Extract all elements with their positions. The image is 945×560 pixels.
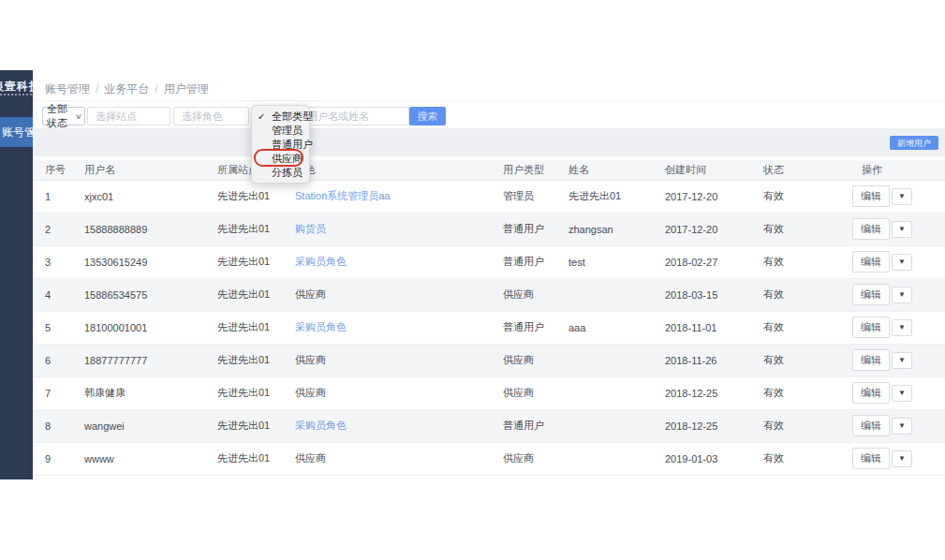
more-actions-button[interactable]: ▼	[892, 418, 912, 435]
role-link[interactable]: 采购员角色	[295, 256, 347, 267]
more-actions-button[interactable]: ▼	[892, 188, 912, 205]
cell-status: 有效	[751, 376, 840, 409]
dropdown-option[interactable]: ✓全部类型	[252, 110, 309, 124]
cell-created-time: 2019-01-03	[653, 442, 751, 475]
caret-down-icon: ▼	[898, 290, 906, 299]
more-actions-button[interactable]: ▼	[892, 450, 912, 467]
cell-created-time: 2018-02-27	[653, 245, 751, 278]
search-button[interactable]: 搜索	[409, 107, 446, 125]
cell-user-type: 普通用户	[491, 213, 556, 245]
role-link[interactable]: 购货员	[295, 223, 326, 234]
check-icon: ✓	[258, 110, 265, 124]
cell-role: 采购员角色	[283, 311, 491, 344]
cell-status: 有效	[751, 442, 840, 475]
role-link[interactable]: Station系统管理员aa	[295, 190, 390, 201]
dropdown-option[interactable]: 管理员	[252, 124, 309, 138]
cell-site: 先进先出01	[205, 245, 283, 278]
cell-site: 先进先出01	[205, 409, 283, 442]
cell-created-time: 2017-12-20	[653, 213, 751, 245]
cell-actions: 编辑▼	[840, 180, 945, 213]
dropdown-option[interactable]: 分拣员	[252, 166, 309, 180]
edit-button[interactable]: 编辑	[852, 448, 890, 469]
role-link[interactable]: 采购员角色	[295, 321, 347, 332]
edit-button[interactable]: 编辑	[852, 284, 890, 305]
cell-created-time: 2018-03-15	[653, 278, 751, 311]
edit-button[interactable]: 编辑	[852, 382, 890, 404]
cell-status: 有效	[751, 344, 840, 376]
cell-created-time: 2018-12-25	[653, 409, 751, 442]
cell-name	[556, 442, 653, 475]
toolbar-band: 新增用户	[33, 128, 945, 156]
cell-username: xjxc01	[72, 180, 205, 213]
more-actions-button[interactable]: ▼	[892, 287, 912, 303]
column-header: 用户类型	[491, 160, 556, 180]
cell-index: 2	[33, 213, 72, 245]
cell-site: 先进先出01	[205, 278, 283, 311]
table-header-row: 序号用户名所属站点角色用户类型姓名创建时间状态操作	[33, 160, 945, 180]
more-actions-button[interactable]: ▼	[892, 319, 912, 336]
more-actions-button[interactable]: ▼	[892, 254, 912, 271]
cell-actions: 编辑▼	[840, 311, 945, 344]
cell-user-type: 供应商	[491, 278, 556, 311]
filter-bar: 全部状态 ∨ 搜索	[33, 107, 945, 125]
breadcrumb-item[interactable]: 用户管理	[164, 82, 209, 96]
edit-button[interactable]: 编辑	[852, 185, 890, 207]
cell-index: 8	[33, 409, 72, 442]
site-filter-input[interactable]	[87, 107, 170, 125]
edit-button[interactable]: 编辑	[852, 251, 890, 273]
cell-actions: 编辑▼	[840, 213, 945, 245]
table-row: 8wangwei先进先出01采购员角色普通用户2018-12-25有效编辑▼	[33, 409, 945, 442]
cell-status: 有效	[751, 311, 840, 344]
cell-created-time: 2018-12-25	[653, 376, 751, 409]
edit-button[interactable]: 编辑	[852, 415, 890, 436]
role-link[interactable]: 采购员角色	[295, 420, 347, 431]
add-user-button[interactable]: 新增用户	[890, 136, 938, 150]
cell-index: 5	[33, 311, 72, 344]
edit-button[interactable]: 编辑	[852, 349, 890, 371]
status-filter-select[interactable]: 全部状态 ∨	[42, 107, 85, 125]
user-type-dropdown: ✓全部类型管理员普通用户供应商分拣员	[251, 105, 310, 184]
cell-index: 9	[33, 442, 72, 475]
cell-actions: 编辑▼	[840, 245, 945, 278]
column-header: 姓名	[556, 160, 653, 180]
cell-username: 15888888889	[72, 213, 205, 245]
more-actions-button[interactable]: ▼	[892, 352, 912, 369]
more-actions-button[interactable]: ▼	[892, 385, 912, 402]
sidebar-item-account-management[interactable]: 账号管理	[0, 117, 33, 147]
breadcrumb-separator: /	[155, 82, 157, 96]
table-row: 618877777777先进先出01供应商供应商2018-11-26有效编辑▼	[33, 344, 945, 376]
caret-down-icon: ▼	[898, 356, 906, 364]
dropdown-option-label: 全部类型	[272, 111, 313, 122]
cell-role: 采购员角色	[283, 409, 491, 442]
cell-index: 4	[33, 278, 72, 311]
edit-button[interactable]: 编辑	[852, 317, 890, 338]
cell-role: 供应商	[283, 376, 491, 409]
cell-status: 有效	[751, 409, 840, 442]
breadcrumb-item[interactable]: 账号管理	[45, 82, 90, 96]
cell-username: 18877777777	[72, 344, 205, 376]
cell-user-type: 普通用户	[491, 311, 556, 344]
cell-actions: 编辑▼	[840, 376, 945, 409]
more-actions-button[interactable]: ▼	[892, 221, 912, 238]
cell-actions: 编辑▼	[840, 442, 945, 475]
table-row: 1xjxc01先进先出01Station系统管理员aa管理员先进先出012017…	[33, 180, 945, 213]
dropdown-option-label: 普通用户	[272, 139, 313, 150]
cell-user-type: 供应商	[491, 376, 556, 409]
breadcrumb-item[interactable]: 业务平台	[104, 82, 149, 96]
dropdown-option[interactable]: 普通用户	[252, 138, 309, 152]
cell-status: 有效	[751, 180, 840, 213]
role-filter-input[interactable]	[173, 107, 249, 125]
cell-username: wwww	[72, 442, 205, 475]
column-header: 序号	[33, 160, 72, 180]
dropdown-option[interactable]: 供应商	[252, 152, 309, 166]
table-row: 313530615249先进先出01采购员角色普通用户test2018-02-2…	[33, 245, 945, 278]
cell-created-time: 2018-11-26	[653, 344, 751, 376]
status-filter-value: 全部状态	[47, 102, 76, 130]
edit-button[interactable]: 编辑	[852, 218, 890, 240]
table-row: 518100001001先进先出01采购员角色普通用户aaa2018-11-01…	[33, 311, 945, 344]
cell-name: zhangsan	[556, 213, 653, 245]
cell-user-type: 普通用户	[491, 245, 556, 278]
cell-role: 供应商	[283, 278, 491, 311]
cell-username: 13530615249	[72, 245, 205, 278]
column-header: 角色	[283, 160, 491, 180]
